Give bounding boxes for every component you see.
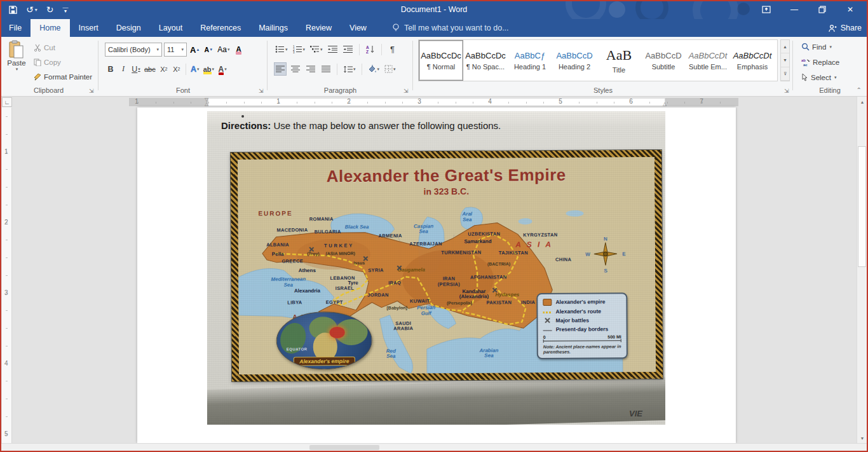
underline-button[interactable]: U▾ xyxy=(130,62,142,76)
copy-label: Copy xyxy=(44,58,61,66)
styles-dialog-launcher[interactable]: ⇲ xyxy=(784,88,789,94)
decrease-indent-icon xyxy=(328,45,337,53)
tab-file[interactable]: File xyxy=(0,19,31,37)
style-heading-2[interactable]: AaBbCcDHeading 2 xyxy=(552,40,597,81)
clear-formatting-button[interactable]: A xyxy=(233,43,245,57)
scroll-up-button[interactable]: ▲ xyxy=(857,97,867,107)
style-title[interactable]: AaBTitle xyxy=(597,40,641,81)
font-color-button[interactable]: A▾ xyxy=(217,62,228,76)
text-effects-dropdown-arrow[interactable]: ▾ xyxy=(197,67,200,72)
shading-button[interactable]: ▾ xyxy=(367,62,381,76)
paragraph-dialog-launcher[interactable]: ⇲ xyxy=(403,88,409,94)
format-painter-button[interactable]: Format Painter xyxy=(32,70,94,83)
select-dropdown-arrow[interactable]: ▾ xyxy=(834,75,837,80)
font-dialog-launcher[interactable]: ⇲ xyxy=(259,88,264,94)
tell-me-box[interactable]: Tell me what you want to do... xyxy=(392,19,509,37)
vertical-scroll-thumb[interactable] xyxy=(858,146,866,267)
horizontal-scrollbar[interactable] xyxy=(0,443,868,451)
decrease-indent-button[interactable] xyxy=(327,43,339,56)
tab-review[interactable]: Review xyxy=(297,19,341,37)
increase-indent-button[interactable] xyxy=(342,43,355,56)
collapse-ribbon-button[interactable]: ⌃ xyxy=(857,86,862,93)
share-button[interactable]: Share xyxy=(828,19,862,37)
shading-dropdown-arrow[interactable]: ▾ xyxy=(377,67,380,72)
font-size-dropdown-arrow[interactable]: ▾ xyxy=(181,47,184,52)
styles-scroll-up[interactable]: ▲ xyxy=(781,40,789,53)
find-button[interactable]: Find▾ xyxy=(799,40,841,53)
line-spacing-button[interactable]: ▾ xyxy=(342,62,357,76)
restore-button[interactable] xyxy=(808,0,836,19)
ruler-tick xyxy=(6,328,8,329)
shrink-font-button[interactable]: A▼ xyxy=(203,43,214,57)
document-canvas[interactable]: Directions: Use the map below to answer … xyxy=(0,107,857,443)
borders-dropdown-arrow[interactable]: ▾ xyxy=(393,67,396,72)
vertical-ruler[interactable]: 12345 xyxy=(2,107,12,443)
align-left-button[interactable] xyxy=(274,62,287,76)
find-dropdown-arrow[interactable]: ▾ xyxy=(829,45,832,50)
show-hide-marks-button[interactable]: ¶ xyxy=(386,43,399,56)
font-color-dropdown-arrow[interactable]: ▾ xyxy=(224,67,227,72)
numbering-dropdown-arrow[interactable]: ▾ xyxy=(303,47,306,52)
highlight-button[interactable]: ab▾ xyxy=(202,62,215,76)
sort-button[interactable]: AZ xyxy=(364,43,377,56)
ribbon-display-options-button[interactable] xyxy=(752,0,780,19)
close-button[interactable]: ✕ xyxy=(836,0,864,19)
style-heading-1[interactable]: AaBbCƒHeading 1 xyxy=(508,40,552,81)
ruler-tick xyxy=(191,102,191,104)
subscript-button[interactable]: X2 xyxy=(158,62,170,76)
bullets-button[interactable]: ▾ xyxy=(274,43,289,56)
text-effects-button[interactable]: A▾ xyxy=(189,62,201,76)
change-case-button[interactable]: Aa▾ xyxy=(216,43,231,57)
line-spacing-dropdown-arrow[interactable]: ▾ xyxy=(353,67,356,72)
copy-button[interactable]: Copy xyxy=(32,55,94,69)
horizontal-scroll-thumb[interactable] xyxy=(309,445,379,450)
style-subtle-em-[interactable]: AaBbCcDtSubtle Em... xyxy=(686,40,730,81)
horizontal-ruler[interactable]: ∟ ▽ △ △ 11234567 xyxy=(0,97,868,107)
align-center-button[interactable] xyxy=(289,62,302,76)
underline-dropdown-arrow[interactable]: ▾ xyxy=(138,67,140,72)
ruler-tick xyxy=(6,346,8,346)
align-right-button[interactable] xyxy=(304,62,317,76)
document-page[interactable]: Directions: Use the map below to answer … xyxy=(137,107,736,443)
font-name-combo[interactable]: Calibri (Body)▾ xyxy=(105,43,162,57)
superscript-button[interactable]: X2 xyxy=(171,62,182,76)
vertical-scrollbar[interactable]: ▲ ▼ xyxy=(857,97,867,443)
tab-home[interactable]: Home xyxy=(31,19,69,37)
justify-button[interactable] xyxy=(320,62,332,76)
tab-design[interactable]: Design xyxy=(107,19,150,37)
multilevel-dropdown-arrow[interactable]: ▾ xyxy=(320,47,323,52)
paste-button[interactable]: Paste ▾ xyxy=(4,40,29,86)
strikethrough-button[interactable]: abc xyxy=(143,62,157,76)
cut-button[interactable]: Cut xyxy=(32,41,94,54)
scroll-down-button[interactable]: ▼ xyxy=(857,433,867,443)
multilevel-list-button[interactable]: ▾ xyxy=(309,43,324,56)
style-emphasis[interactable]: AaBbCcDtEmphasis xyxy=(730,40,775,81)
clipboard-dialog-launcher[interactable]: ⇲ xyxy=(89,88,94,94)
style--normal[interactable]: AaBbCcDc¶ Normal xyxy=(419,40,463,81)
bullets-dropdown-arrow[interactable]: ▾ xyxy=(285,47,288,52)
right-indent-marker[interactable]: △ xyxy=(663,101,667,107)
tab-mailings[interactable]: Mailings xyxy=(250,19,297,37)
highlight-dropdown-arrow[interactable]: ▾ xyxy=(212,67,215,72)
font-size-combo[interactable]: 11▾ xyxy=(164,43,187,57)
tab-references[interactable]: References xyxy=(191,19,250,37)
italic-button[interactable]: I xyxy=(118,62,129,76)
font-name-dropdown-arrow[interactable]: ▾ xyxy=(156,47,159,52)
tab-insert[interactable]: Insert xyxy=(70,19,107,37)
numbering-button[interactable]: 123▾ xyxy=(292,43,307,56)
borders-button[interactable]: ▾ xyxy=(383,62,397,76)
legend-item: Major battles xyxy=(543,317,621,324)
style-sample: AaBbCƒ xyxy=(515,51,545,60)
minimize-button[interactable]: — xyxy=(780,0,808,19)
bold-button[interactable]: B xyxy=(105,62,116,76)
paste-dropdown-arrow[interactable]: ▾ xyxy=(16,67,18,72)
style--no-spac-[interactable]: AaBbCcDc¶ No Spac... xyxy=(463,40,508,81)
grow-font-button[interactable]: A▲ xyxy=(189,43,201,57)
select-button[interactable]: Select▾ xyxy=(799,71,841,84)
tab-view[interactable]: View xyxy=(341,19,376,37)
style-subtitle[interactable]: AaBbCcDSubtitle xyxy=(641,40,686,81)
styles-scroll-down[interactable]: ▼ xyxy=(781,53,789,67)
replace-button[interactable]: abac Replace xyxy=(799,55,841,69)
styles-gallery-more[interactable]: ⊽ xyxy=(781,67,789,81)
tab-layout[interactable]: Layout xyxy=(150,19,192,37)
